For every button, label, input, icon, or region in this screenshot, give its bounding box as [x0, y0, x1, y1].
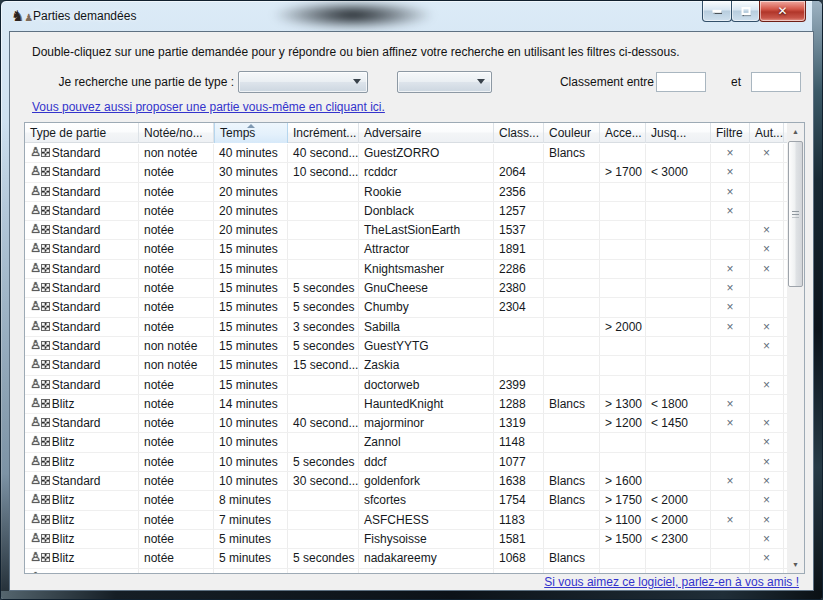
column-header-time[interactable]: Temps [214, 123, 288, 143]
cell-time: 5 minutes [214, 549, 288, 567]
cell-below: < 1450 [646, 414, 711, 432]
cell-text: × [726, 416, 733, 430]
table-row[interactable]: ♙Standardnotée30 minutes10 second...rcdd… [25, 163, 787, 182]
cell-opponent: GuestZORRO [359, 144, 494, 162]
cell-text: Standard [52, 339, 101, 353]
table-row[interactable]: ♙Standardnotée15 minutes3 secondesSabill… [25, 318, 787, 337]
maximize-button[interactable] [731, 1, 760, 22]
cell-color [544, 414, 600, 432]
cell-text: × [763, 551, 770, 565]
cell-filter [711, 376, 750, 394]
column-header-increment[interactable]: Incrément... [288, 123, 359, 143]
cell-above [600, 183, 646, 201]
cell-rated: notée [139, 279, 214, 297]
table-row[interactable]: ♙Blitznotée10 minutesZannol1148× [25, 433, 787, 452]
table-row[interactable]: ♙Standardnon notée15 minutes5 secondesGu… [25, 337, 787, 356]
chessboard-icon [41, 264, 50, 273]
cell-above [600, 144, 646, 162]
scrollbar-thumb[interactable] [788, 141, 803, 287]
cell-opponent: ASFCHESS [359, 511, 494, 529]
share-with-friends-link[interactable]: Si vous aimez ce logiciel, parlez-en à v… [544, 575, 799, 589]
table-row[interactable]: ♙Standardnon notée40 minutes40 second...… [25, 144, 787, 163]
window-parties-demandees: ♞♟ Parties demandées ✕ Double-cliquez su… [0, 0, 823, 600]
cell-other: × [750, 433, 784, 451]
game-subtype-select[interactable] [397, 71, 492, 93]
cell-color [544, 221, 600, 239]
cell-text: 1077 [499, 455, 526, 469]
cell-below: < 3000 [646, 163, 711, 181]
cell-increment: 5 secondes [288, 453, 359, 471]
cell-filter: × [711, 202, 750, 220]
column-header-below[interactable]: Jusq... [646, 123, 711, 143]
game-type-select[interactable] [238, 71, 368, 93]
table-row[interactable]: ♙Standardnotée10 minutes40 second...majo… [25, 414, 787, 433]
scroll-down-button[interactable]: ▼ [787, 556, 804, 573]
column-header-filter[interactable]: Filtre [711, 123, 750, 143]
table-row[interactable]: ♙Standardnotée15 minutesAttractor1891× [25, 240, 787, 259]
table-row[interactable]: ♙Standardnotée15 minutesKnightsmasher228… [25, 260, 787, 279]
cell-opponent: GnuCheese [359, 279, 494, 297]
cell-color [544, 530, 600, 548]
propose-game-link[interactable]: Vous pouvez aussi proposer une partie vo… [32, 100, 385, 114]
cell-time: 10 minutes [214, 433, 288, 451]
vertical-scrollbar[interactable]: ▲ ▼ [787, 123, 804, 573]
table-row[interactable]: ♙Standardnotée15 minutesdoctorweb2399× [25, 376, 787, 395]
table-row[interactable]: ♙Blitznotée10 minutes5 secondesddcf1077× [25, 453, 787, 472]
cell-color [544, 240, 600, 258]
cell-below [646, 183, 711, 201]
cell-filter: × [711, 163, 750, 181]
table-row[interactable]: ♙Standardnotée10 minutes30 second...gold… [25, 472, 787, 491]
cell-rated: non notée [139, 337, 214, 355]
table-row[interactable]: ♙Blitznotée14 minutesHauntedKnight1288Bl… [25, 395, 787, 414]
cell-filter: × [711, 183, 750, 201]
table-row[interactable]: ♙Standardnotée15 minutes5 secondesChumby… [25, 298, 787, 317]
table-row[interactable]: ♙Blitznotée5 minutes5 secondesnadakareem… [25, 549, 787, 568]
cell-time: 7 minutes [214, 511, 288, 529]
cell-above [600, 376, 646, 394]
scroll-up-button[interactable]: ▲ [787, 123, 804, 140]
cell-below: < 1800 [646, 395, 711, 413]
column-header-opponent[interactable]: Adversaire [359, 123, 494, 143]
column-header-rated[interactable]: Notée/no... [139, 123, 214, 143]
table-row[interactable]: ♙Standardnon notée15 minutes15 second...… [25, 356, 787, 375]
chess-game-icon: ♙ [30, 242, 50, 255]
cell-below [646, 549, 711, 567]
titlebar[interactable]: ♞♟ Parties demandées ✕ [1, 1, 822, 31]
column-header-type[interactable]: Type de partie [25, 123, 139, 143]
cell-other [750, 202, 784, 220]
column-header-color[interactable]: Couleur [544, 123, 600, 143]
cell-other [750, 279, 784, 297]
cell-increment: 5 secondes [288, 279, 359, 297]
close-button[interactable]: ✕ [759, 1, 806, 22]
table-row[interactable]: ♙Standardnotée15 minutes5 secondesGnuChe… [25, 279, 787, 298]
cell-text: Knightsmasher [364, 262, 444, 276]
column-header-other[interactable]: Aut... [750, 123, 784, 143]
table-row[interactable]: ♙Standardnotée20 minutesRookie2356× [25, 183, 787, 202]
table-row[interactable]: ♙Blitznotée7 minutesASFCHESS1183> 1100< … [25, 511, 787, 530]
cell-type: ♙Blitz [25, 569, 139, 573]
table-row[interactable]: ♙Blitznotée8 minutessfcortes1754Blancs> … [25, 491, 787, 510]
cell-rated: notée [139, 183, 214, 201]
table-row[interactable]: ♙Blitznotée5 minutesFishysoisse1581> 150… [25, 530, 787, 549]
cell-text: 20 minutes [219, 223, 278, 237]
table-row[interactable]: ♙Standardnotée20 minutesTheLastSionEarth… [25, 221, 787, 240]
column-header-above[interactable]: Acce... [600, 123, 646, 143]
cell-text: Standard [52, 320, 101, 334]
rating-min-input[interactable] [656, 72, 706, 92]
minimize-button[interactable] [702, 1, 732, 22]
cell-text: × [763, 223, 770, 237]
cell-text: > 1100 [605, 513, 641, 527]
rating-max-input[interactable] [751, 72, 801, 92]
table-row[interactable]: ♙Blitznotée5 minutesblik2179× [25, 569, 787, 573]
cell-text: ASFCHESS [364, 513, 429, 527]
cell-filter [711, 433, 750, 451]
cell-other [750, 569, 784, 573]
cell-text: × [726, 281, 733, 295]
cell-filter: × [711, 318, 750, 336]
column-header-rating[interactable]: Class... [494, 123, 544, 143]
cell-text: 30 minutes [219, 165, 278, 179]
table-row[interactable]: ♙Standardnotée20 minutesDonblack1257× [25, 202, 787, 221]
window-title: Parties demandées [33, 9, 136, 23]
cell-rating: 2304 [494, 298, 544, 316]
cell-rating: 2380 [494, 279, 544, 297]
